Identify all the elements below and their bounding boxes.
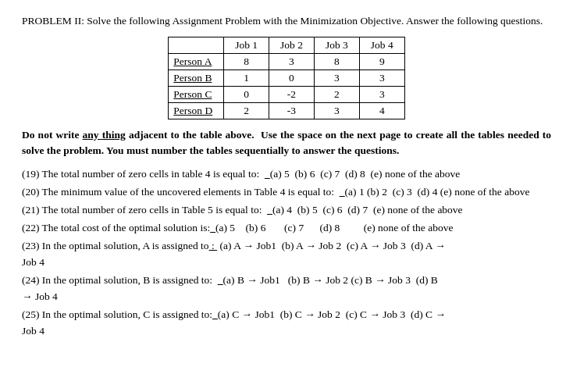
- person-d-job4: 4: [359, 102, 404, 119]
- q21-text: (21) The total number of zero cells in T…: [22, 204, 463, 216]
- q22-text: (22) The total cost of the optimal solut…: [22, 222, 453, 233]
- q24-text: (24) In the optimal solution, B is assig…: [22, 274, 438, 286]
- any-thing-underline: any thing: [83, 129, 126, 141]
- q19-text: (19) The total number of zero cells in t…: [22, 168, 460, 180]
- table-row: Person B 1 0 3 3: [169, 69, 404, 86]
- question-23: (23) In the optimal solution, A is assig…: [22, 238, 551, 271]
- person-d-job1: 2: [224, 102, 269, 119]
- person-b-job2: 0: [269, 69, 315, 86]
- table-header-empty: [169, 37, 224, 53]
- person-c-job4: 3: [359, 86, 404, 102]
- table-header-job4: Job 4: [359, 37, 404, 53]
- question-25: (25) In the optimal solution, C is assig…: [22, 307, 551, 340]
- table-header-job2: Job 2: [269, 37, 315, 53]
- person-a-job2: 3: [269, 53, 315, 69]
- person-a-job1: 8: [224, 53, 269, 69]
- person-c-job3: 2: [314, 86, 359, 102]
- question-24: (24) In the optimal solution, B is assig…: [22, 273, 551, 305]
- person-d-label: Person D: [169, 102, 224, 119]
- q20-text: (20) The minimum value of the uncovered …: [22, 186, 529, 198]
- person-d-job2: -3: [269, 102, 315, 119]
- person-b-job1: 1: [224, 69, 269, 86]
- person-c-job1: 0: [224, 86, 269, 102]
- question-20: (20) The minimum value of the uncovered …: [22, 184, 551, 201]
- person-a-label: Person A: [169, 53, 224, 69]
- assignment-table: Job 1 Job 2 Job 3 Job 4 Person A 8 3 8 9…: [168, 37, 404, 119]
- table-header-job3: Job 3: [314, 37, 359, 53]
- person-b-label: Person B: [169, 69, 224, 86]
- q23-text: (23) In the optimal solution, A is assig…: [22, 240, 446, 251]
- instructions-text: Do not write any thing adjacent to the t…: [22, 129, 551, 156]
- person-a-job4: 9: [359, 53, 404, 69]
- question-22: (22) The total cost of the optimal solut…: [22, 220, 551, 237]
- person-c-label: Person C: [169, 86, 224, 102]
- person-d-job3: 3: [314, 102, 359, 119]
- q25-text: (25) In the optimal solution, C is assig…: [22, 308, 446, 320]
- instructions-block: Do not write any thing adjacent to the t…: [22, 127, 551, 159]
- problem-header: PROBLEM II: Solve the following Assignme…: [22, 14, 551, 29]
- table-row: Person C 0 -2 2 3: [169, 86, 404, 102]
- table-row: Person A 8 3 8 9: [169, 53, 404, 69]
- header-text: PROBLEM II: Solve the following Assignme…: [22, 15, 543, 27]
- person-a-job3: 8: [314, 53, 359, 69]
- q25-job4: Job 4: [22, 325, 44, 337]
- person-b-job4: 3: [359, 69, 404, 86]
- question-21: (21) The total number of zero cells in T…: [22, 202, 551, 219]
- person-b-job3: 3: [314, 69, 359, 86]
- q23-job4: Job 4: [22, 256, 44, 268]
- table-header-job1: Job 1: [224, 37, 269, 53]
- question-19: (19) The total number of zero cells in t…: [22, 166, 551, 183]
- table-row: Person D 2 -3 3 4: [169, 102, 404, 119]
- q24-job4: → Job 4: [22, 290, 58, 302]
- person-c-job2: -2: [269, 86, 315, 102]
- questions-block: (19) The total number of zero cells in t…: [22, 166, 551, 339]
